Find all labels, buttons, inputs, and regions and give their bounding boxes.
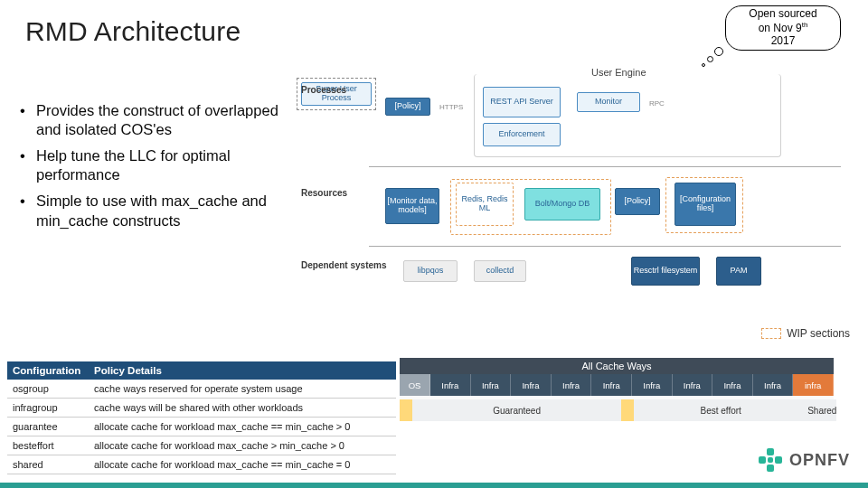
pam-box: PAM [716,257,761,286]
bullet-list: Provides the construct of overlapped and… [16,101,297,238]
opnfv-logo: OPNFV [759,448,850,472]
cache-infra-cell: Infra [552,374,592,396]
row-label-dependent: Dependent systems [301,260,386,270]
cloud-line2: on Nov 9 [759,22,802,34]
cloud-line1: Open sourced [749,7,816,20]
cell-detail: allocate cache for workload max_cache > … [89,436,396,455]
cache-infra-cell: Infra [673,374,713,396]
wip-legend-icon [761,328,781,339]
open-source-callout: Open sourced on Nov 9th 2017 [725,5,841,58]
cloud-line3: 2017 [771,34,796,47]
wip-legend: WIP sections [761,327,850,340]
cell-config: osgroup [7,380,89,399]
cache-header: All Cache Ways [400,358,834,374]
collectd-box: collectd [474,260,526,282]
row-label-processes: Processes [301,85,346,95]
policy-table: Configuration Policy Details osgroupcach… [7,361,396,474]
cell-config: guarantee [7,418,89,436]
table-row: guaranteeallocate cache for workload max… [7,418,396,436]
resctrl-box: Resctrl filesystem [631,257,700,286]
opnfv-logo-icon [759,448,782,472]
cache-infra-cell: Infra [632,374,673,396]
rest-api-box: REST API Server [483,87,561,117]
bullet-item: Simple to use with max_cache and min_cac… [16,192,297,230]
highlight-bar [621,399,634,421]
cell-detail: allocate cache for workload max_cache ==… [89,418,396,436]
besteffort-label: Best effort [634,399,807,421]
bullet-item: Provides the construct of overlapped and… [16,101,297,139]
cache-infra-cell: Infra [511,374,552,396]
table-row: besteffortallocate cache for workload ma… [7,436,396,455]
cell-config: besteffort [7,436,89,455]
logo-text: OPNFV [789,451,850,470]
th-details: Policy Details [89,361,396,380]
cloud-sup: th [802,21,808,29]
policy2-box: [Policy] [615,188,660,215]
rpc-label: RPC [649,99,665,108]
cache-infra-cell: Infra [430,374,471,396]
highlight-bar [400,399,412,421]
config-files-box: [Configuration files] [675,183,736,226]
architecture-diagram: Processes Resources Dependent systems Us… [297,78,841,314]
monitor-box: Monitor [577,92,640,112]
cell-config: shared [7,455,89,474]
wip-legend-label: WIP sections [787,327,850,340]
cache-os-cell: OS [400,374,430,396]
footer-bar [0,483,868,488]
table-row: infragroupcache ways will be shared with… [7,399,396,418]
table-row: osgroupcache ways reserved for operate s… [7,380,396,399]
row-label-resources: Resources [301,188,347,198]
guaranteed-label: Guaranteed [412,399,620,421]
cache-shared-cell: infra [793,374,834,396]
cache-infra-cell: Infra [712,374,753,396]
libpqos-box: libpqos [403,260,458,282]
shared-label: Shared [807,399,836,421]
cell-detail: cache ways reserved for operate system u… [89,380,396,399]
divider-line [369,166,841,167]
redis-box: Redis, Redis ML [456,183,514,226]
cell-detail: allocate cache for workload max_cache ==… [89,455,396,474]
cache-ways-diagram: All Cache Ways OS Infra Infra Infra Infr… [400,358,834,448]
cache-infra-cell: Infra [753,374,794,396]
user-engine-title: User Engine [586,67,652,78]
th-config: Configuration [7,361,89,380]
cache-infra-cell: Infra [471,374,512,396]
enforcement-box: Enforcement [483,123,561,146]
https-label: HTTPS [439,103,463,111]
page-title: RMD Architecture [25,16,241,47]
cell-config: infragroup [7,399,89,418]
cache-infra-cell: Infra [591,374,632,396]
monitor-data-box: [Monitor data, models] [385,188,439,224]
divider-line [369,246,841,247]
bolt-mongo-box: Bolt/Mongo DB [524,188,600,221]
cell-detail: cache ways will be shared with other wor… [89,399,396,418]
bullet-item: Help tune the LLC for optimal performanc… [16,146,297,184]
table-row: sharedallocate cache for workload max_ca… [7,455,396,474]
policy-box: [Policy] [385,98,430,116]
